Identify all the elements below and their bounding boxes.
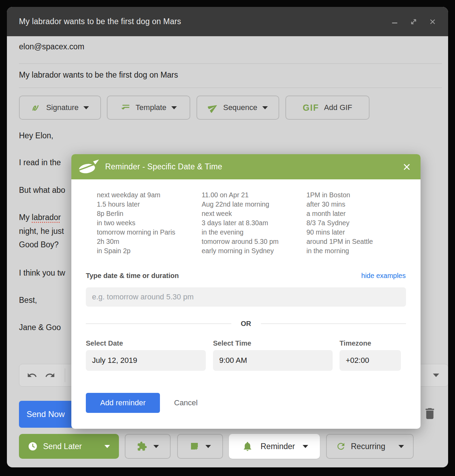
- subject-field[interactable]: My labrador wants to be the first dog on…: [19, 70, 178, 80]
- body-line[interactable]: I read in the: [19, 158, 61, 167]
- modal-header: Reminder - Specific Date & Time: [71, 154, 421, 179]
- example-phrase: 1PM in Boston: [306, 190, 373, 200]
- signature-icon: [31, 102, 41, 113]
- redo-icon[interactable]: [45, 370, 55, 380]
- date-time-input[interactable]: [86, 287, 406, 307]
- examples-column-1: next weekday at 9am 1.5 hours later 8p B…: [97, 190, 175, 256]
- send-later-label: Send Later: [43, 442, 82, 451]
- example-phrase: 8/3 7a Sydney: [306, 218, 373, 228]
- example-phrase: in Spain 2p: [97, 246, 175, 256]
- recipient-field[interactable]: elon@spacex.com: [19, 42, 84, 51]
- body-line[interactable]: Hey Elon,: [19, 131, 53, 140]
- example-phrase: next week: [202, 209, 279, 218]
- reminder-modal: Reminder - Specific Date & Time next wee…: [71, 154, 421, 429]
- trash-icon[interactable]: [423, 406, 437, 421]
- extensions-button[interactable]: [125, 434, 171, 459]
- screenshot-stage: My labrador wants to be the first dog on…: [0, 0, 455, 476]
- divider: [19, 63, 442, 64]
- chevron-down-icon: [153, 445, 159, 448]
- window-controls: [391, 18, 436, 26]
- close-icon[interactable]: [429, 18, 436, 26]
- chevron-down-icon: [398, 445, 404, 448]
- chevron-down-icon: [262, 106, 268, 109]
- notes-button[interactable]: [177, 434, 223, 459]
- example-phrase: 11.00 on Apr 21: [202, 190, 279, 200]
- clock-icon: [28, 442, 38, 451]
- example-phrase: early morning in Sydney: [202, 246, 279, 256]
- timezone-field[interactable]: +02:00: [340, 350, 401, 371]
- example-phrase: 2h 30m: [97, 237, 175, 246]
- sequence-button[interactable]: Sequence: [196, 96, 279, 120]
- examples-column-2: 11.00 on Apr 21 Aug 22nd late morning ne…: [202, 190, 279, 256]
- add-reminder-button[interactable]: Add reminder: [86, 393, 160, 413]
- example-phrase: a month later: [306, 209, 373, 218]
- hide-examples-link[interactable]: hide examples: [361, 272, 406, 280]
- example-phrase: Aug 22nd late morning: [202, 200, 279, 209]
- body-line[interactable]: My labrador: [19, 213, 61, 222]
- body-line[interactable]: But what abo: [19, 186, 65, 195]
- body-line[interactable]: night, he just: [19, 227, 64, 236]
- compose-window: My labrador wants to be the first dog on…: [7, 7, 448, 467]
- lips-paper-plane-logo-icon: [78, 159, 100, 175]
- toolbar-separator: [65, 368, 65, 382]
- timezone-label: Timezone: [340, 339, 371, 347]
- window-title: My labrador wants to be the first dog on…: [19, 17, 181, 26]
- chevron-down-icon: [83, 106, 89, 109]
- or-label: OR: [241, 320, 251, 328]
- template-label: Template: [135, 103, 166, 112]
- expand-icon[interactable]: [410, 18, 418, 26]
- select-date-label: Select Date: [86, 339, 123, 347]
- sticky-note-icon: [190, 442, 199, 451]
- body-line[interactable]: Best,: [19, 296, 37, 305]
- body-line[interactable]: Good Boy?: [19, 240, 59, 249]
- example-phrase: in the morning: [306, 246, 373, 256]
- template-button[interactable]: Template: [107, 96, 190, 120]
- select-time-label: Select Time: [213, 339, 251, 347]
- time-field[interactable]: 9:00 AM: [213, 350, 333, 371]
- template-icon: [120, 102, 131, 113]
- typer-label: Type date & time or duration: [86, 272, 179, 280]
- example-phrase: after 30 mins: [306, 200, 373, 209]
- modal-close-icon[interactable]: [402, 162, 412, 172]
- divider-line: [86, 324, 231, 324]
- body-line[interactable]: I think you tw: [19, 268, 65, 278]
- divider-line: [261, 324, 406, 324]
- chevron-down-icon: [104, 445, 110, 448]
- signature-button[interactable]: Signature: [19, 96, 101, 120]
- example-phrase: 1.5 hours later: [97, 200, 175, 209]
- cancel-button[interactable]: Cancel: [174, 393, 198, 413]
- example-phrase: in two weeks: [97, 218, 175, 228]
- minimize-icon[interactable]: [391, 18, 398, 26]
- body-line[interactable]: Jane & Goo: [19, 323, 61, 332]
- titlebar: My labrador wants to be the first dog on…: [7, 7, 448, 36]
- recurring-icon: [336, 441, 346, 452]
- misspelled-word: labrador: [32, 213, 61, 222]
- example-phrase: tomorrow around 5.30 pm: [202, 237, 279, 246]
- divider: [19, 88, 442, 88]
- reminder-label: Reminder: [261, 442, 295, 451]
- bell-icon: [242, 441, 253, 452]
- example-phrase: around 1PM in Seattle: [306, 237, 373, 246]
- more-formatting-icon[interactable]: [433, 372, 439, 378]
- chevron-down-icon: [205, 445, 211, 448]
- recurring-label: Recurring: [351, 442, 385, 451]
- add-gif-label: Add GIF: [324, 103, 352, 112]
- signature-label: Signature: [46, 103, 79, 112]
- send-later-button[interactable]: Send Later: [19, 434, 119, 459]
- example-phrase: 8p Berlin: [97, 209, 175, 218]
- gif-icon: GIF: [303, 103, 319, 113]
- undo-icon[interactable]: [27, 370, 37, 380]
- sequence-label: Sequence: [223, 103, 257, 112]
- example-phrase: 3 days later at 8.30am: [202, 218, 279, 228]
- add-gif-button[interactable]: GIF Add GIF: [285, 96, 370, 120]
- reminder-button[interactable]: Reminder: [229, 434, 320, 459]
- example-phrase: next weekday at 9am: [97, 190, 175, 200]
- puzzle-icon: [137, 441, 147, 452]
- example-phrase: in the evening: [202, 228, 279, 237]
- date-field[interactable]: July 12, 2019: [86, 350, 206, 371]
- example-phrase: tomorrow morning in Paris: [97, 228, 175, 237]
- examples-column-3: 1PM in Boston after 30 mins a month late…: [306, 190, 373, 256]
- chevron-down-icon: [171, 106, 177, 109]
- recurring-button[interactable]: Recurring: [326, 434, 414, 459]
- example-phrase: 90 mins later: [306, 228, 373, 237]
